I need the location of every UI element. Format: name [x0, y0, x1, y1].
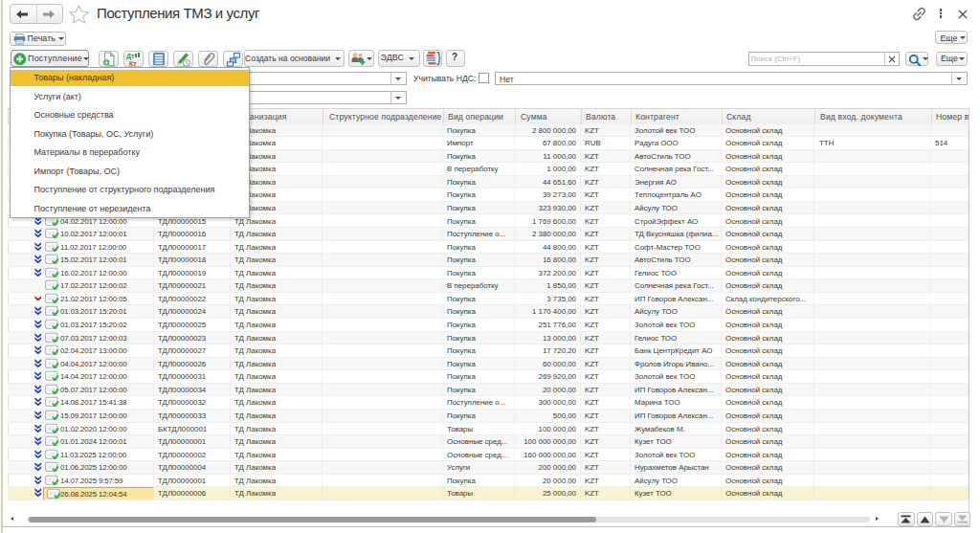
- svg-text:Кт: Кт: [129, 60, 137, 67]
- svg-text:Дт: Дт: [126, 53, 135, 60]
